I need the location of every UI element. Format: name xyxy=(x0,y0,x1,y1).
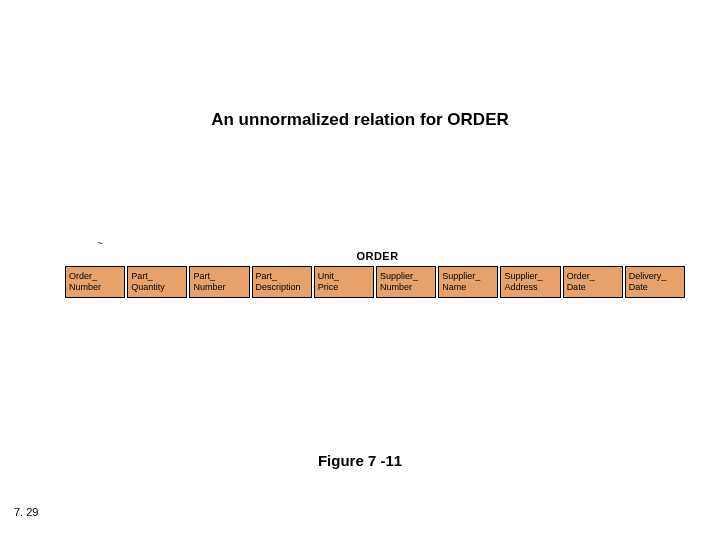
order-table: Order_ Number Part_ Quantity Part_ Numbe… xyxy=(65,266,685,298)
slide-title: An unnormalized relation for ORDER xyxy=(0,110,720,130)
col-order-date: Order_ Date xyxy=(563,266,623,298)
col-unit-price: Unit_ Price xyxy=(314,266,374,298)
table-caption: ORDER xyxy=(65,250,690,262)
col-label-l2: Description xyxy=(256,282,308,293)
col-label-l1: Order_ xyxy=(69,271,121,282)
col-label-l2: Name xyxy=(442,282,494,293)
col-label-l1: Part_ xyxy=(256,271,308,282)
col-label-l2: Date xyxy=(629,282,681,293)
col-supplier-number: Supplier_ Number xyxy=(376,266,436,298)
col-supplier-name: Supplier_ Name xyxy=(438,266,498,298)
col-label-l2: Number xyxy=(69,282,121,293)
col-label-l2: Price xyxy=(318,282,370,293)
col-label-l2: Date xyxy=(567,282,619,293)
col-supplier-address: Supplier_ Address xyxy=(500,266,560,298)
col-part-number: Part_ Number xyxy=(189,266,249,298)
col-label-l1: Supplier_ xyxy=(380,271,432,282)
col-label-l1: Delivery_ xyxy=(629,271,681,282)
col-label-l1: Part_ xyxy=(131,271,183,282)
col-part-quantity: Part_ Quantity xyxy=(127,266,187,298)
decorative-mark: ~ xyxy=(97,238,103,249)
col-label-l1: Unit_ xyxy=(318,271,370,282)
col-label-l1: Supplier_ xyxy=(442,271,494,282)
col-label-l1: Part_ xyxy=(193,271,245,282)
col-order-number: Order_ Number xyxy=(65,266,125,298)
page-number: 7. 29 xyxy=(14,506,38,518)
col-label-l1: Order_ xyxy=(567,271,619,282)
col-part-description: Part_ Description xyxy=(252,266,312,298)
col-label-l2: Number xyxy=(193,282,245,293)
col-label-l2: Quantity xyxy=(131,282,183,293)
col-delivery-date: Delivery_ Date xyxy=(625,266,685,298)
col-label-l2: Address xyxy=(504,282,556,293)
col-label-l2: Number xyxy=(380,282,432,293)
col-label-l1: Supplier_ xyxy=(504,271,556,282)
order-table-wrap: ORDER Order_ Number Part_ Quantity Part_… xyxy=(65,250,690,298)
figure-label: Figure 7 -11 xyxy=(0,452,720,469)
